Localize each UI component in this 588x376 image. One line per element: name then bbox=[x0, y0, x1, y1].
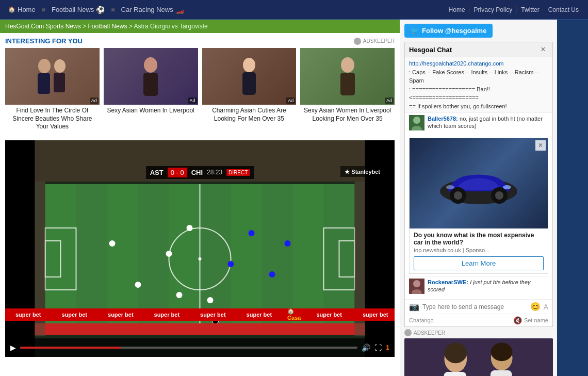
svg-rect-54 bbox=[444, 372, 466, 376]
svg-point-40 bbox=[413, 117, 420, 124]
ad-card-3[interactable]: Ad Charming Asian Cuties Are Looking For… bbox=[202, 48, 297, 133]
chatango-label: Chatango bbox=[409, 317, 434, 323]
svg-point-4 bbox=[144, 57, 157, 73]
interesting-label: INTERESTING FOR YOU bbox=[5, 37, 83, 45]
svg-point-47 bbox=[503, 185, 511, 189]
top-link-twitter[interactable]: Twitter bbox=[517, 6, 544, 13]
set-name-label[interactable]: Set name bbox=[524, 317, 548, 323]
match-time: 28:23 bbox=[207, 169, 222, 176]
chat-info: http://hesgoalchat2020.chatango.com : Ca… bbox=[405, 57, 552, 113]
svg-point-6 bbox=[243, 58, 255, 72]
camera-icon[interactable]: 📷 bbox=[409, 302, 419, 312]
racing-icon: 🏎️ bbox=[175, 6, 184, 14]
chat-send-icon[interactable]: A bbox=[544, 303, 548, 311]
chat-avatar-2 bbox=[409, 279, 424, 294]
chat-messages: Baller5678: no, just goal in both ht (no… bbox=[405, 113, 552, 136]
chat-info-line-2: : Caps -- Fake Scores -- Insults -- Link… bbox=[409, 68, 548, 85]
twitter-follow-button[interactable]: 🐦 Follow @hesgoalme bbox=[404, 24, 493, 38]
chat-info-line-1: http://hesgoalchat2020.chatango.com bbox=[409, 59, 548, 68]
chat-message-2-area: RockenarSWE: I just put bts before they … bbox=[405, 276, 552, 299]
bottom-sidebar-ad: ADSKEEPER bbox=[404, 329, 553, 376]
svg-point-33 bbox=[285, 240, 291, 247]
svg-point-28 bbox=[187, 225, 193, 231]
sidebar-ad-text: Do you know what is the most expensive c… bbox=[410, 228, 548, 273]
betting-text-3: super bet bbox=[97, 312, 144, 318]
nav-racing[interactable]: Car Racing News 🏎️ bbox=[118, 4, 187, 16]
nav-football[interactable]: Football News ⚽ bbox=[48, 4, 108, 16]
ad-header: INTERESTING FOR YOU ADSKEEPER bbox=[5, 37, 395, 45]
svg-rect-5 bbox=[143, 73, 158, 96]
top-link-privacy[interactable]: Privacy Policy bbox=[470, 6, 517, 13]
svg-point-32 bbox=[269, 271, 275, 277]
svg-rect-1 bbox=[38, 73, 50, 94]
svg-point-50 bbox=[413, 280, 420, 287]
top-link-contact[interactable]: Contact Us bbox=[544, 6, 583, 13]
nav-home[interactable]: 🏠 Home bbox=[5, 4, 39, 15]
svg-rect-9 bbox=[340, 73, 355, 95]
women-silhouette-2 bbox=[130, 51, 171, 102]
chat-close-button[interactable]: × bbox=[538, 44, 548, 55]
bottom-adskeeper-label: ADSKEEPER bbox=[414, 330, 445, 336]
ad-card-2-image: Ad bbox=[104, 48, 198, 105]
breadcrumb-football[interactable]: Football News bbox=[88, 23, 127, 30]
svg-point-2 bbox=[54, 59, 66, 73]
score-overlay: AST 0 - 0 CHI 28:23 DIRECT bbox=[146, 166, 254, 179]
volume-button[interactable]: 🔊 bbox=[362, 344, 370, 352]
breadcrumb: HesGoal.Com Sports News > Football News … bbox=[0, 20, 400, 33]
chat-msg-content-2: RockenarSWE: I just put bts before they … bbox=[428, 279, 548, 293]
svg-point-27 bbox=[166, 251, 172, 257]
svg-point-57 bbox=[444, 342, 467, 363]
car-image bbox=[437, 155, 520, 212]
top-navigation: 🏠 Home ■ Football News ⚽ ■ Car Racing Ne… bbox=[0, 0, 588, 20]
video-container[interactable]: AST 0 - 0 CHI 28:23 DIRECT ★ Stanleybet … bbox=[5, 140, 395, 357]
breadcrumb-sports[interactable]: HesGoal.Com Sports News bbox=[5, 23, 81, 30]
ad-card-3-label: Charming Asian Cuties Are Looking For Me… bbox=[202, 105, 297, 125]
sidebar-ad-source: top.newshub.co.uk | Sponso... bbox=[414, 247, 544, 253]
ad-card-1-label: Find Love In The Circle Of Sincere Beaut… bbox=[5, 105, 100, 133]
learn-more-button[interactable]: Learn More bbox=[414, 256, 544, 270]
svg-rect-56 bbox=[491, 370, 512, 376]
chat-input[interactable] bbox=[422, 303, 527, 310]
mute-icon[interactable]: 🔇 bbox=[513, 316, 522, 324]
women-silhouette-3 bbox=[228, 51, 270, 102]
adskeeper-badge: ADSKEEPER bbox=[354, 38, 395, 45]
video-logo: 1 bbox=[386, 344, 389, 351]
play-button[interactable]: ▶ bbox=[10, 344, 16, 352]
sidebar-ad-close-button[interactable]: × bbox=[535, 140, 546, 151]
betting-text-8: super bet bbox=[352, 312, 395, 318]
women-silhouette-1 bbox=[26, 51, 78, 102]
sidebar-ad-image bbox=[410, 138, 548, 228]
chat-footer: Chatango 🔇 Set name bbox=[405, 314, 552, 326]
ad-card-4[interactable]: Ad Sexy Asian Women In Liverpool Looking… bbox=[300, 48, 395, 133]
svg-point-30 bbox=[228, 261, 234, 267]
chat-message-2: RockenarSWE: I just put bts before they … bbox=[409, 279, 548, 294]
ad-card-1[interactable]: Ad Find Love In The Circle Of Sincere Be… bbox=[5, 48, 100, 133]
bottom-ad-image[interactable] bbox=[404, 338, 553, 376]
top-link-home[interactable]: Home bbox=[445, 6, 470, 13]
avatar-img-2 bbox=[409, 279, 424, 294]
chat-footer-right: 🔇 Set name bbox=[513, 316, 548, 324]
breadcrumb-match: Astra Giurgiu vs Targoviste bbox=[134, 23, 207, 30]
ad-badge-4: Ad bbox=[385, 97, 394, 104]
emoji-icon[interactable]: 😊 bbox=[530, 302, 541, 312]
chat-username-2: RockenarSWE: bbox=[428, 279, 468, 285]
svg-point-46 bbox=[495, 191, 503, 200]
betting-text-4: super bet bbox=[144, 312, 190, 318]
video-progress[interactable] bbox=[20, 347, 357, 349]
svg-point-29 bbox=[207, 297, 214, 303]
chat-info-line-4: == If spoilers bother you, go fullscreen… bbox=[409, 102, 548, 111]
main-wrapper: HesGoal.Com Sports News > Football News … bbox=[0, 20, 588, 376]
svg-point-0 bbox=[38, 59, 51, 73]
betting-text-2: super bet bbox=[52, 312, 98, 318]
adskeeper-icon bbox=[354, 38, 361, 45]
ad-card-2[interactable]: Ad Sexy Asian Women In Liverpool bbox=[104, 48, 198, 133]
video-area: AST 0 - 0 CHI 28:23 DIRECT ★ Stanleybet … bbox=[0, 140, 400, 362]
avatar-img-1 bbox=[409, 115, 424, 130]
fullscreen-button[interactable]: ⛶ bbox=[374, 344, 382, 352]
twitter-bird-icon: 🐦 bbox=[411, 27, 419, 35]
chat-input-area: 📷 😊 A bbox=[405, 299, 552, 314]
team1-abbr: AST bbox=[150, 169, 164, 176]
bottom-ad-women bbox=[404, 338, 553, 376]
home-icon: 🏠 bbox=[8, 6, 15, 13]
chat-header: Hesgoal Chat × bbox=[405, 42, 552, 57]
